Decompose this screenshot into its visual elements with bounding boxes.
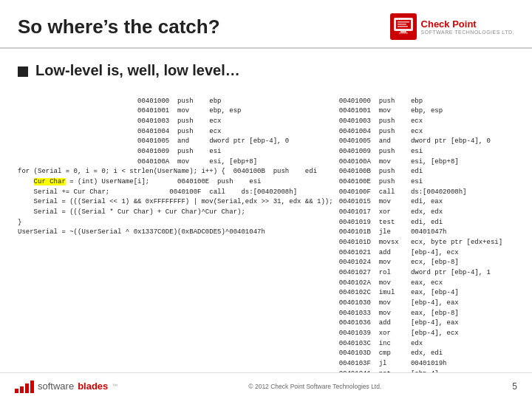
asm-line-7: 0040100A mov esi, [ebp+8] — [339, 158, 459, 166]
svg-rect-8 — [399, 33, 408, 34]
code-left-line-12: Serial = (((Serial * Cur Char) + Cur Cha… — [18, 208, 245, 216]
asm-line-18: 00401027 rol dword ptr [ebp-4], 1 — [339, 269, 491, 276]
asm-line-27: 0040103F jl 00401019h — [339, 360, 447, 367]
page-title: So where’s the catch? — [18, 16, 220, 38]
asm-line-8: 0040100B push edi — [339, 168, 423, 175]
code-left-line-9: Cur Char = (int) UserName[i]; 0040100E p… — [18, 178, 261, 185]
asm-line-13: 00401019 test edi, edi — [339, 219, 443, 226]
footer-blades-label: blades — [78, 381, 108, 392]
code-right: 00401000 push ebp 00401001 mov ebp, esp … — [339, 86, 514, 399]
code-left-line-8: for (Serial = 0, i = 0; i < strlen(UserN… — [18, 168, 317, 175]
footer-left: softwareblades™ — [15, 380, 117, 393]
footer-tm: ™ — [112, 383, 117, 389]
asm-line-6: 00401009 push esi — [339, 148, 423, 155]
svg-rect-7 — [400, 31, 406, 33]
code-left-line-7: 0040100A mov esi, [ebp+8] — [18, 158, 257, 166]
footer-bars-icon — [15, 380, 34, 393]
svg-rect-5 — [398, 24, 406, 25]
bullet-icon — [18, 66, 28, 77]
footer-copyright: © 2012 Check Point Software Technologies… — [248, 383, 381, 390]
footer-software-label: software — [38, 381, 74, 392]
slide: So where’s the catch? Check Point SOFTWA… — [0, 0, 532, 399]
header: So where’s the catch? Check Point SOFTWA… — [0, 0, 532, 49]
code-left-line-1: 00401000 push ebp — [18, 98, 221, 105]
logo-area: Check Point SOFTWARE TECHNOLOGIES LTD. — [390, 13, 514, 40]
code-area: 00401000 push ebp 00401001 mov ebp, esp … — [18, 86, 514, 399]
asm-line-9: 0040100E push esi — [339, 178, 423, 185]
footer-page: 5 — [512, 381, 517, 392]
logo-brand: Check Point — [421, 18, 514, 30]
bar-1 — [15, 389, 18, 393]
asm-line-25: 0040103C inc edx — [339, 340, 423, 347]
code-left-line-3: 00401003 push ecx — [18, 117, 221, 125]
asm-line-14: 0040101B jle 00401047h — [339, 228, 447, 236]
asm-line-10: 0040100F call ds:[00402008h] — [339, 188, 467, 196]
asm-line-24: 00401039 xor [ebp-4], ecx — [339, 330, 459, 337]
content-area: Low-level is, well, low level… 00401000 … — [0, 49, 532, 399]
asm-line-23: 00401036 add [ebp-4], eax — [339, 319, 459, 327]
checkpoint-logo-icon — [390, 13, 417, 40]
bar-2 — [20, 386, 24, 393]
code-left: 00401000 push ebp 00401001 mov ebp, esp … — [18, 86, 333, 399]
asm-line-2: 00401001 mov ebp, esp — [339, 107, 443, 115]
bullet-label: Low-level is, well, low level… — [35, 62, 240, 79]
code-left-line-13: } — [18, 219, 21, 226]
code-left-line-10: Serial += Cur Char; 0040100F call ds:[00… — [18, 188, 297, 196]
asm-line-17: 00401024 mov ecx, [ebp-8] — [339, 259, 459, 266]
asm-line-4: 00401004 push ecx — [339, 128, 423, 135]
cur-char-highlight: Cur Char — [34, 178, 66, 185]
svg-rect-4 — [398, 21, 409, 23]
asm-line-26: 0040103D cmp edx, edi — [339, 349, 443, 357]
bar-3 — [25, 383, 29, 393]
asm-line-19: 0040102A mov eax, ecx — [339, 279, 443, 287]
code-left-line-4: 00401004 push ecx — [18, 128, 221, 135]
footer: softwareblades™ © 2012 Check Point Softw… — [0, 372, 532, 399]
asm-line-22: 00401033 mov eax, [ebp-8] — [339, 310, 459, 317]
code-left-line-14: UserSerial = ~((UserSerial ^ 0x1337C0DE)… — [18, 228, 265, 236]
code-left-line-5: 00401005 and dword ptr [ebp-4], 0 — [18, 137, 289, 145]
asm-line-5: 00401005 and dword ptr [ebp-4], 0 — [339, 137, 491, 145]
bar-4 — [30, 381, 34, 393]
asm-line-12: 00401017 xor edx, edx — [339, 208, 443, 216]
asm-line-16: 00401021 add [ebp-4], ecx — [339, 249, 459, 256]
asm-line-21: 00401030 mov [ebp-4], eax — [339, 299, 459, 307]
logo-text-area: Check Point SOFTWARE TECHNOLOGIES LTD. — [421, 18, 514, 35]
asm-line-1: 00401000 push ebp — [339, 98, 423, 105]
code-left-line-11: Serial = (((Serial << 1) && 0xFFFFFFFF) … — [18, 198, 333, 205]
logo-sub: SOFTWARE TECHNOLOGIES LTD. — [421, 30, 514, 35]
svg-rect-6 — [398, 26, 408, 27]
code-left-line-6: 00401009 push esi — [18, 148, 221, 155]
code-left-line-2: 00401001 mov ebp, esp — [18, 107, 241, 115]
asm-line-3: 00401003 push ecx — [339, 117, 423, 125]
asm-line-11: 00401015 mov edi, eax — [339, 198, 443, 205]
asm-line-20: 0040102C imul eax, [ebp-4] — [339, 289, 459, 296]
asm-line-15: 0040101D movsx ecx, byte ptr [edx+esi] — [339, 239, 502, 246]
bullet-heading: Low-level is, well, low level… — [18, 62, 514, 79]
